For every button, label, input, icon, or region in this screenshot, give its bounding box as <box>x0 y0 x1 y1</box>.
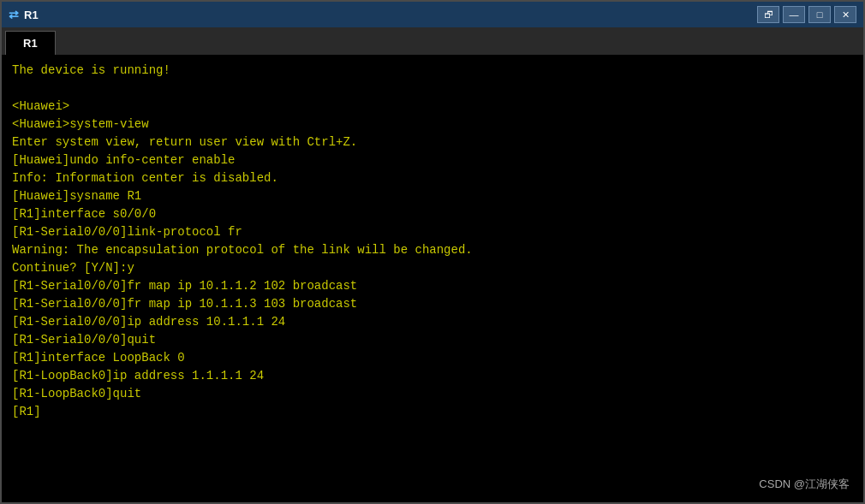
main-window: ⇄ R1 🗗 — □ ✕ R1 The device is running! <… <box>0 0 865 504</box>
title-bar-controls: 🗗 — □ ✕ <box>757 6 856 23</box>
close-button[interactable]: ✕ <box>834 6 856 23</box>
terminal-area[interactable]: The device is running! <Huawei> <Huawei>… <box>2 55 863 502</box>
minimize-button[interactable]: — <box>783 6 805 23</box>
title-bar: ⇄ R1 🗗 — □ ✕ <box>2 2 863 27</box>
terminal-output: The device is running! <Huawei> <Huawei>… <box>12 62 853 421</box>
window-icon: ⇄ <box>9 8 19 21</box>
tab-r1[interactable]: R1 <box>5 31 56 55</box>
window-title: R1 <box>24 9 39 21</box>
maximize-button[interactable]: □ <box>808 6 831 23</box>
tab-bar: R1 <box>2 27 863 55</box>
watermark: CSDN @江湖侠客 <box>759 477 850 492</box>
title-bar-left: ⇄ R1 <box>9 8 39 21</box>
restore-button[interactable]: 🗗 <box>757 6 779 23</box>
